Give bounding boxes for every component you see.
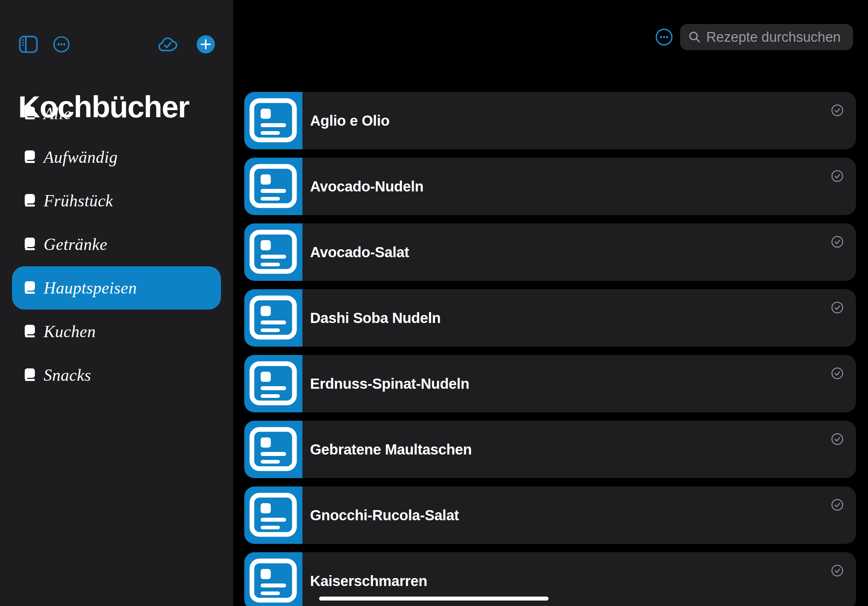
sidebar-item-label: Aufwändig: [43, 147, 118, 167]
recipe-card-icon: [244, 289, 302, 346]
check-circle-icon[interactable]: [831, 170, 843, 182]
search-input[interactable]: [705, 29, 845, 45]
sidebar-item-getränke[interactable]: Getränke: [12, 223, 221, 266]
recipe-row[interactable]: Dashi Soba Nudeln: [244, 289, 856, 346]
recipe-card-icon: [244, 92, 302, 149]
sidebar-item-kuchen[interactable]: Kuchen: [12, 310, 221, 353]
book-icon: [24, 325, 35, 339]
check-circle-icon[interactable]: [831, 433, 843, 445]
sidebar-item-label: Frühstück: [43, 191, 113, 210]
sidebar-item-label: Kuchen: [43, 322, 96, 341]
main-panel: Hauptspeisen Aglio e Olio: [233, 0, 868, 606]
sidebar-item-label: Getränke: [43, 235, 107, 254]
sidebar-item-aufwändig[interactable]: Aufwändig: [12, 136, 221, 179]
recipe-name: Aglio e Olio: [310, 92, 390, 149]
check-circle-icon[interactable]: [831, 104, 843, 116]
sidebar-item-snacks[interactable]: Snacks: [12, 354, 221, 397]
app-screen: { "status_bar": { "battery_percent": "82…: [0, 0, 868, 606]
recipe-name: Gebratene Maultaschen: [310, 421, 472, 478]
sidebar-item-frühstück[interactable]: Frühstück: [12, 179, 221, 223]
recipe-card-icon: [244, 158, 302, 215]
recipe-row[interactable]: Gebratene Maultaschen: [244, 421, 856, 478]
sidebar-toolbar: [0, 35, 233, 54]
check-circle-icon[interactable]: [831, 499, 843, 511]
ellipsis-circle-icon[interactable]: [53, 36, 70, 54]
recipe-name: Dashi Soba Nudeln: [310, 289, 440, 346]
sidebar: Kochbücher Alle Aufwändig: [0, 0, 233, 606]
sidebar-item-label: Hauptspeisen: [43, 278, 137, 298]
add-icon[interactable]: [197, 35, 215, 53]
check-circle-icon[interactable]: [831, 564, 843, 577]
ellipsis-circle-icon[interactable]: [656, 28, 673, 46]
sidebar-item-label: Snacks: [43, 365, 91, 385]
recipe-name: Erdnuss-Spinat-Nudeln: [310, 355, 469, 412]
recipe-row[interactable]: Aglio e Olio: [244, 92, 856, 149]
recipe-card-icon: [244, 421, 302, 478]
recipe-card-icon: [244, 223, 302, 281]
sidebar-item-hauptspeisen[interactable]: Hauptspeisen: [12, 266, 221, 309]
recipe-row[interactable]: Gnocchi-Rucola-Salat: [244, 487, 856, 544]
book-icon: [24, 237, 35, 252]
recipe-name: Avocado-Salat: [310, 223, 409, 281]
recipe-row[interactable]: Erdnuss-Spinat-Nudeln: [244, 355, 856, 412]
recipe-card-icon: [244, 552, 302, 606]
recipe-name: Gnocchi-Rucola-Salat: [310, 487, 459, 544]
recipe-row[interactable]: Avocado-Nudeln: [244, 158, 856, 215]
cookbook-list: Alle Aufwändig Frühstück: [0, 92, 233, 397]
check-circle-icon[interactable]: [831, 367, 843, 379]
recipe-row[interactable]: Avocado-Salat: [244, 223, 856, 281]
recipe-list: Aglio e Olio Avocado-Nudeln: [244, 92, 856, 606]
search-field[interactable]: [680, 24, 853, 50]
recipe-card-icon: [244, 487, 302, 544]
sidebar-toggle-icon[interactable]: [19, 36, 38, 54]
sidebar-item-alle[interactable]: Alle: [12, 92, 221, 135]
book-icon: [24, 368, 35, 383]
check-circle-icon[interactable]: [831, 301, 843, 314]
book-icon: [24, 281, 35, 295]
book-icon: [24, 194, 35, 208]
search-icon: [688, 31, 701, 43]
recipe-name: Avocado-Nudeln: [310, 158, 423, 215]
recipe-card-icon: [244, 355, 302, 412]
book-icon: [24, 107, 35, 121]
sidebar-item-label: Alle: [43, 104, 71, 123]
check-circle-icon[interactable]: [831, 236, 843, 248]
book-icon: [24, 150, 35, 165]
home-indicator[interactable]: [319, 597, 549, 601]
cloud-check-icon[interactable]: [157, 36, 178, 53]
